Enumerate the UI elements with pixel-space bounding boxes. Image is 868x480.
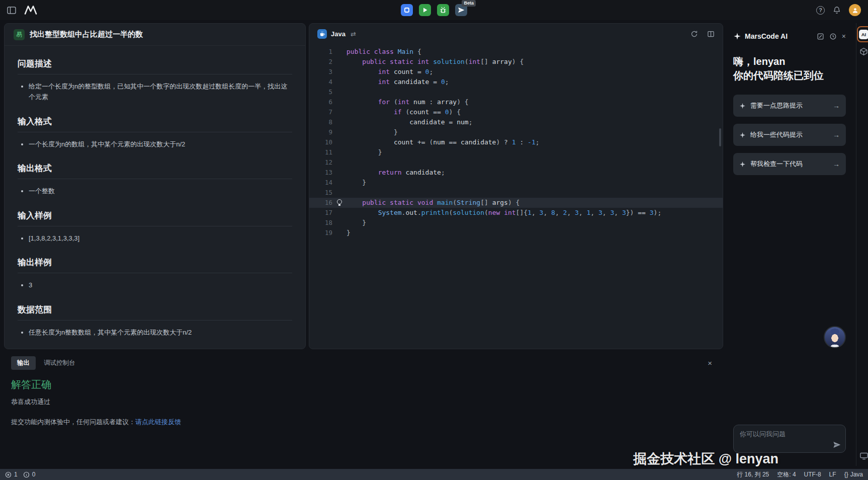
- stop-button[interactable]: [401, 4, 413, 16]
- extension-icon[interactable]: [859, 47, 868, 56]
- editor-scrollbar[interactable]: [719, 128, 721, 146]
- statusbar: 1 0 行 16, 列 25 空格: 4 UTF-8 LF {} Java: [0, 469, 868, 480]
- code-editor[interactable]: 1public class Main {2 public static int …: [309, 44, 723, 238]
- feedback-link[interactable]: 请点此链接反馈: [135, 418, 181, 426]
- problem-section: 问题描述 给定一个长度为n的整型数组，已知其中一个数字的出现次数超过数组长度的一…: [18, 58, 292, 103]
- section-item: 给定一个长度为n的整型数组，已知其中一个数字的出现次数超过数组长度的一半，找出这…: [29, 81, 292, 103]
- code-line[interactable]: 3 int count = 0;: [309, 67, 723, 77]
- code-line[interactable]: 7 if (count == 0) {: [309, 107, 723, 117]
- bell-icon[interactable]: [833, 6, 841, 14]
- code-text: }: [332, 147, 382, 157]
- braces-icon: {}: [844, 471, 848, 478]
- code-line[interactable]: 1public class Main {: [309, 47, 723, 57]
- section-heading: 输入样例: [18, 210, 292, 226]
- split-view-icon[interactable]: [707, 30, 715, 38]
- play-icon: [422, 7, 428, 13]
- suggestion-code-hint-button[interactable]: 给我一些代码提示 →: [733, 124, 846, 146]
- close-ai-panel-icon[interactable]: ×: [842, 32, 846, 40]
- sidebar-toggle-icon[interactable]: [7, 7, 16, 14]
- editor-panel: Java ⇄ 1public class Main {2 pu: [309, 23, 723, 349]
- new-chat-icon[interactable]: [817, 33, 824, 40]
- topbar: Beta ?: [0, 0, 868, 20]
- result-status: 解答正确: [11, 378, 715, 391]
- suggestion-label: 给我一些代码提示: [750, 130, 803, 139]
- sparkle-icon: [739, 103, 746, 109]
- code-text: public class Main {: [332, 47, 421, 57]
- line-number: 9: [309, 127, 332, 137]
- run-button[interactable]: [419, 4, 431, 16]
- problems-indicator[interactable]: 1 0: [5, 471, 38, 478]
- code-text: return candidate;: [332, 168, 445, 178]
- ai-assistant-entry-button[interactable]: AI: [857, 26, 868, 42]
- close-output-icon[interactable]: ×: [708, 359, 715, 367]
- code-text: [332, 188, 346, 198]
- help-icon[interactable]: ?: [816, 6, 825, 15]
- history-icon[interactable]: [829, 33, 837, 40]
- code-line[interactable]: 5: [309, 87, 723, 97]
- submit-button[interactable]: Beta: [455, 4, 467, 16]
- code-line[interactable]: 9 }: [309, 127, 723, 137]
- problem-content[interactable]: 问题描述 给定一个长度为n的整型数组，已知其中一个数字的出现次数超过数组长度的一…: [5, 46, 305, 346]
- code-line[interactable]: 18 }: [309, 218, 723, 228]
- code-text: [332, 157, 346, 168]
- language-mode[interactable]: {} Java: [844, 471, 863, 478]
- section-heading: 输出格式: [18, 163, 292, 179]
- indent-setting[interactable]: 空格: 4: [777, 470, 796, 479]
- code-line[interactable]: 15: [309, 188, 723, 198]
- code-line[interactable]: 8 candidate = num;: [309, 117, 723, 127]
- code-line[interactable]: 14 }: [309, 178, 723, 188]
- greeting-line-2: 你的代码陪练已到位: [733, 68, 846, 83]
- lightbulb-icon[interactable]: [337, 199, 342, 204]
- ai-header: MarsCode AI ×: [733, 26, 846, 46]
- switch-language-icon[interactable]: ⇄: [351, 30, 356, 38]
- code-line[interactable]: 10 count += (num == candidate) ? 1 : -1;: [309, 137, 723, 147]
- difficulty-badge: 易: [14, 29, 25, 40]
- section-list: 一个整数: [18, 186, 292, 196]
- code-text: public static void main(String[] args) {: [332, 198, 519, 208]
- code-text: candidate = num;: [332, 117, 472, 127]
- result-message: 恭喜成功通过: [11, 397, 715, 407]
- encoding-setting[interactable]: UTF-8: [804, 471, 821, 478]
- cursor-position[interactable]: 行 16, 列 25: [737, 470, 769, 479]
- ai-entry-icon: AI: [859, 30, 868, 39]
- marscode-logo[interactable]: [24, 6, 37, 15]
- send-message-icon[interactable]: [833, 441, 841, 449]
- warning-count: 0: [32, 471, 36, 478]
- warning-icon: [23, 471, 30, 478]
- tab-java[interactable]: Java: [331, 30, 345, 38]
- tab-output[interactable]: 输出: [11, 356, 36, 370]
- sparkle-icon: [739, 161, 746, 168]
- code-line[interactable]: 6 for (int num : array) {: [309, 97, 723, 107]
- arrow-icon: →: [833, 102, 840, 110]
- code-line[interactable]: 13 return candidate;: [309, 168, 723, 178]
- line-number: 3: [309, 67, 332, 77]
- line-number: 4: [309, 77, 332, 87]
- code-line[interactable]: 19}: [309, 228, 723, 238]
- line-number: 12: [309, 157, 332, 168]
- problem-section: 数据范围 任意长度为n整数数组，其中某个元素的出现次数大于n/2: [18, 304, 292, 338]
- ai-suggestions: 需要一点思路提示 → 给我一些代码提示 → 帮我检查一下代码 →: [733, 95, 846, 175]
- section-item: 一个长度为n的数组，其中某个元素的出现次数大于n/2: [29, 139, 292, 149]
- line-number: 16: [309, 198, 332, 208]
- ai-question-input[interactable]: [740, 430, 839, 448]
- line-number: 10: [309, 137, 332, 147]
- line-number: 18: [309, 218, 332, 228]
- code-line[interactable]: 2 public static int solution(int[] array…: [309, 57, 723, 67]
- code-line[interactable]: 11 }: [309, 147, 723, 157]
- debug-button[interactable]: [437, 4, 449, 16]
- problem-panel: 易 找出整型数组中占比超过一半的数 问题描述 给定一个长度为n的整型数组，已知其…: [4, 23, 306, 349]
- tab-debug-console[interactable]: 调试控制台: [44, 359, 75, 367]
- console-toggle-icon[interactable]: [859, 452, 868, 462]
- code-line[interactable]: 17 System.out.println(solution(new int[]…: [309, 208, 723, 218]
- eol-setting[interactable]: LF: [829, 471, 836, 478]
- code-line[interactable]: 4 int candidate = 0;: [309, 77, 723, 87]
- suggestion-check-code-button[interactable]: 帮我检查一下代码 →: [733, 153, 846, 175]
- suggestion-label: 帮我检查一下代码: [750, 159, 803, 169]
- user-avatar[interactable]: [849, 4, 861, 16]
- code-line[interactable]: 12: [309, 157, 723, 168]
- assistant-avatar[interactable]: [824, 326, 846, 348]
- suggestion-hint-button[interactable]: 需要一点思路提示 →: [733, 95, 846, 117]
- section-list: 3: [18, 280, 292, 290]
- reset-code-icon[interactable]: [690, 30, 698, 38]
- code-line[interactable]: 16 public static void main(String[] args…: [309, 198, 723, 208]
